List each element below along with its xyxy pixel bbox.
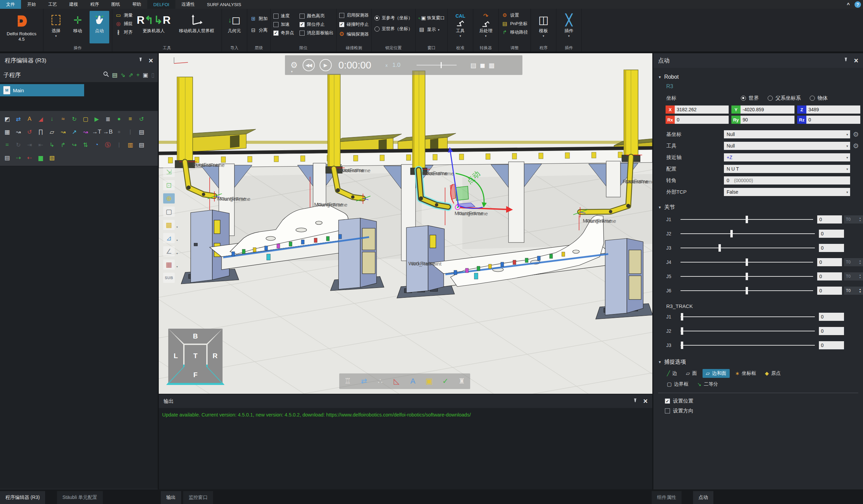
snap-option-1-4[interactable]: ◆原点 [762, 369, 784, 378]
subprogram-item-main[interactable]: M Main [0, 84, 84, 96]
collision-item-2[interactable]: ⚙编辑探测器 [339, 30, 369, 38]
bar-chart-icon[interactable]: ▆ [36, 153, 46, 163]
geometry-button[interactable]: ↓◻ 几何元 [225, 11, 244, 43]
yellow-cube-icon[interactable]: ▧ [47, 153, 57, 163]
snap-option-2-0[interactable]: ▢边界框 [664, 380, 692, 389]
close-icon[interactable]: × [854, 57, 858, 64]
joint-value[interactable]: 0 [817, 258, 842, 266]
pose-value[interactable]: 0 [806, 116, 860, 124]
help-icon[interactable]: ? [854, 1, 861, 8]
slider-handle[interactable] [730, 230, 733, 237]
path-points-icon[interactable]: ≈ [58, 114, 68, 124]
plugin-button[interactable]: ╳ 插件 ▾ [559, 11, 579, 43]
delete-program-icon[interactable]: ▯ [151, 72, 154, 79]
wait-icon[interactable]: ◔ [91, 140, 102, 150]
grid-icon[interactable]: ▦ [2, 127, 12, 137]
slider-handle[interactable] [746, 259, 748, 266]
turn-spinner[interactable]: T0▲▼ [844, 258, 863, 266]
step-out-icon[interactable]: ⇤ [36, 140, 46, 150]
menu-tab-1[interactable]: 开始 [21, 0, 42, 9]
up-arrow-icon[interactable]: ▲ [859, 260, 861, 262]
import-program-icon[interactable]: ⇘ [121, 72, 125, 79]
axes-tool-icon[interactable]: ∠▾ [163, 246, 175, 256]
teach-position-icon[interactable]: ◩ [2, 114, 12, 124]
move-button[interactable]: ✛ 移动 [68, 11, 88, 43]
snap-button[interactable]: ◎ 捕捉 [115, 21, 133, 27]
collision-item-1[interactable]: ✓碰撞时停止 [339, 21, 369, 27]
coord-mode-0[interactable]: 世界 [741, 95, 759, 101]
view-cube[interactable]: B L R T F [166, 327, 225, 385]
to-reference-radio[interactable]: 至参考（坐标） [375, 15, 413, 21]
pdf-export-icon[interactable]: ▤ [470, 61, 476, 69]
clipboard-icon[interactable]: ▥ [125, 140, 135, 150]
joint-slider[interactable] [680, 248, 815, 248]
task-list-icon[interactable]: ▤ [112, 72, 117, 79]
text-overlay-icon[interactable]: A [407, 376, 418, 387]
prop-value-0[interactable]: Null▾ [724, 130, 850, 138]
validate-icon[interactable]: ✓ [440, 376, 451, 387]
menu-tab-8[interactable]: 连通性 [175, 0, 201, 9]
postprocess-button[interactable]: ↷ 后处理 ▾ [476, 11, 496, 43]
play-button[interactable]: ▶ [320, 59, 332, 71]
menu-tab-3[interactable]: 建模 [63, 0, 84, 9]
add-program-icon[interactable]: + [136, 72, 140, 78]
slider-handle[interactable] [718, 244, 721, 252]
set-position-checkbox[interactable]: ✓ 设置位置 [653, 394, 863, 404]
export-program-icon[interactable]: ⇗ [128, 72, 133, 79]
pose-value[interactable]: 90 [740, 116, 795, 124]
to-tool-icon[interactable]: →T [91, 127, 102, 137]
turn-spinner[interactable]: T0▲▼ [844, 272, 863, 280]
move-robot-world-frame-button[interactable]: 移动机器人世界框 [175, 11, 219, 43]
move-path-button[interactable]: ↱ 移动路径 [501, 29, 528, 35]
joints-section-header[interactable]: ▼ 关节 [653, 198, 863, 212]
set-direction-checkbox[interactable]: 设置方向 [653, 404, 863, 414]
joint-value[interactable]: 0 [819, 341, 844, 349]
point-path-icon[interactable]: ∴ [375, 376, 386, 387]
server-settings-icon[interactable]: ≣ [103, 114, 113, 124]
robot-config-icon[interactable]: ♜ [456, 376, 467, 387]
limit-checkbox-0[interactable]: 速度 [273, 13, 294, 19]
ellipse-move-icon[interactable]: ● [114, 114, 124, 124]
slider-handle[interactable] [681, 313, 683, 320]
pose-value[interactable]: -4020.859 [740, 105, 795, 114]
joint-value[interactable]: 0 [817, 272, 842, 280]
speed-slider[interactable] [416, 65, 456, 65]
menu-tab-7[interactable]: DELFOI [147, 0, 175, 9]
speed-value[interactable]: 1.0 [392, 62, 401, 68]
close-icon[interactable]: × [643, 398, 648, 405]
robot-section-header[interactable]: ▼ Robot [653, 68, 863, 81]
detach-button[interactable]: ⊟ 分离 [250, 27, 268, 33]
restore-window-button[interactable]: ↖▣ 恢复窗口 [418, 15, 445, 21]
path-magenta-icon[interactable]: ↝ [80, 127, 90, 137]
arrow-up-icon[interactable]: ↗ [69, 127, 79, 137]
collapse-ribbon-icon[interactable]: ^ [847, 2, 850, 8]
spinner-arrows-icon[interactable]: ▲▼ [859, 260, 861, 265]
spinner-arrows-icon[interactable]: ▲▼ [859, 217, 861, 222]
copy-program-icon[interactable]: ▣ [143, 72, 148, 79]
display-button[interactable]: ▤ 显示▾ [418, 26, 445, 33]
snap-option-1-0[interactable]: ╱边 [664, 369, 680, 378]
jog-tab-1[interactable]: 点动 [693, 491, 713, 504]
coord-mode-2[interactable]: 物体 [810, 95, 828, 101]
search-icon[interactable] [103, 71, 109, 79]
3d-viewport[interactable]: 点动 RootFrameMountFrameRootFrameMountFram… [159, 53, 652, 394]
attach-button[interactable]: ⊞ 附加 [250, 16, 268, 22]
up-arrow-icon[interactable]: ▲ [859, 217, 861, 219]
to-world-radio[interactable]: 至世界（坐标） [375, 26, 413, 32]
frame-select-icon[interactable]: ▣ [423, 376, 435, 387]
wireframe-cube-icon[interactable]: ▢ [163, 206, 175, 217]
output-tab-1[interactable]: 监控窗口 [183, 491, 213, 504]
spinner-arrows-icon[interactable]: ▲▼ [859, 274, 861, 279]
gear-icon[interactable]: ⚙ [851, 142, 860, 150]
rotate-back-icon[interactable]: ↺ [24, 127, 35, 137]
pin-icon[interactable] [843, 57, 848, 64]
joint-value[interactable]: 0 [817, 287, 842, 295]
view-cube-top[interactable]: T [185, 345, 206, 367]
align-button[interactable]: ∦ 对齐 [115, 29, 133, 35]
measure-button[interactable]: ▭ 测量 [115, 12, 133, 18]
program-editor-body[interactable] [0, 166, 158, 489]
editor-tab-0[interactable]: 程序编辑器 (R3) [0, 491, 45, 504]
joint-value[interactable]: 0 [819, 244, 844, 252]
swap-window-icon[interactable]: ⇄ [358, 376, 370, 387]
pin-icon[interactable] [138, 57, 143, 64]
